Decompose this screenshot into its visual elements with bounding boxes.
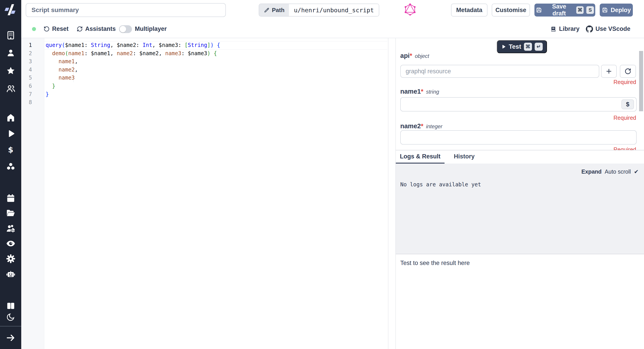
add-resource-button[interactable] — [601, 65, 617, 78]
path-value[interactable]: u/henri/unbound_script — [289, 4, 379, 16]
check-icon: ✔ — [634, 168, 639, 175]
code-line[interactable]: name3 — [46, 74, 387, 82]
tab-history[interactable]: History — [451, 150, 478, 163]
robot-icon[interactable] — [0, 269, 21, 279]
field-label-api: api* object — [400, 52, 429, 59]
name1-input[interactable] — [400, 97, 636, 111]
play-icon — [501, 44, 506, 49]
enter-key: ↵ — [535, 43, 543, 51]
windmill-logo-icon[interactable] — [0, 3, 21, 16]
path-group[interactable]: Path u/henri/unbound_script — [259, 3, 379, 16]
api-resource-input[interactable] — [400, 65, 599, 78]
name2-input[interactable] — [400, 130, 636, 145]
save-draft-button[interactable]: Save draft ⌘ S — [534, 3, 595, 16]
path-label: Path — [272, 7, 284, 14]
windmill-script-editor: $ — [0, 0, 644, 349]
github-icon — [586, 25, 593, 33]
code-line[interactable]: demo(name1: $name1, name2: $name2, name3… — [46, 49, 387, 58]
logs-empty-message: No logs are available yet — [400, 181, 481, 188]
line-number: 5 — [21, 74, 32, 82]
refresh-cw-icon — [77, 26, 83, 32]
cmd-key: ⌘ — [576, 6, 584, 14]
line-number: 8 — [21, 98, 32, 107]
users-cog-icon[interactable] — [0, 224, 21, 234]
metadata-button[interactable]: Metadata — [451, 3, 488, 16]
code-line[interactable]: } — [46, 90, 387, 98]
eye-icon[interactable] — [0, 239, 21, 249]
users-icon[interactable] — [0, 84, 21, 94]
user-icon[interactable] — [0, 48, 21, 58]
required-hint: Required — [614, 79, 636, 85]
assistants-button[interactable]: Assistants — [77, 20, 116, 38]
required-hint: Required — [614, 146, 636, 150]
result-tabs: Logs & Result History — [396, 150, 644, 164]
building-icon[interactable] — [0, 30, 21, 40]
moon-icon[interactable] — [0, 312, 21, 322]
deploy-label: Deploy — [611, 7, 631, 14]
result-panel: Test to see the result here — [396, 255, 644, 349]
play-icon[interactable] — [0, 129, 21, 139]
field-type: integer — [426, 123, 442, 130]
code-line[interactable]: } — [46, 82, 387, 90]
home-icon[interactable] — [0, 113, 21, 123]
line-number: 4 — [21, 66, 32, 74]
field-name: name2 — [400, 122, 421, 130]
line-number: 3 — [21, 57, 32, 66]
path-edit-button[interactable]: Path — [259, 4, 289, 16]
field-type: object — [415, 53, 429, 59]
arrow-right-icon[interactable] — [0, 333, 21, 343]
logs-panel: Expand Auto scroll ✔ No logs are availab… — [396, 164, 644, 254]
book-icon — [550, 26, 556, 32]
auto-scroll-label[interactable]: Auto scroll — [605, 168, 631, 175]
variable-picker-button[interactable]: $ — [622, 99, 634, 109]
field-name: api — [400, 52, 410, 59]
required-hint: Required — [614, 115, 636, 121]
line-number: 1 — [21, 41, 32, 49]
expand-button[interactable]: Expand — [582, 168, 602, 175]
deploy-button[interactable]: Deploy — [600, 3, 633, 16]
plus-icon — [605, 68, 612, 75]
rotate-ccw-icon — [44, 26, 50, 32]
library-button[interactable]: Library — [550, 20, 580, 38]
star-icon[interactable] — [0, 66, 21, 76]
code-line[interactable]: query($name1: String, $name2: Int, $name… — [46, 41, 387, 49]
save-icon — [536, 7, 542, 13]
settings-gear-icon[interactable] — [0, 254, 21, 264]
use-vscode-button[interactable]: Use VScode — [586, 20, 630, 38]
calendar-icon[interactable] — [0, 194, 21, 203]
reset-button[interactable]: Reset — [44, 20, 69, 38]
field-label-name2: name2* integer — [400, 122, 442, 130]
code-line[interactable] — [46, 98, 387, 107]
dollar-icon[interactable]: $ — [0, 145, 21, 155]
script-summary-input[interactable] — [26, 3, 226, 17]
library-label: Library — [559, 25, 580, 32]
code-line[interactable]: name2, — [46, 66, 387, 74]
boxes-icon[interactable] — [0, 162, 21, 171]
folder-open-icon[interactable] — [0, 208, 21, 218]
code-editor[interactable]: 12345678 query($name1: String, $name2: I… — [21, 38, 388, 349]
customise-label: Customise — [495, 7, 526, 14]
save-icon — [602, 7, 608, 13]
rotate-cw-icon — [624, 68, 631, 75]
reset-label: Reset — [52, 25, 69, 32]
required-star: * — [421, 122, 423, 130]
arguments-form: Test ⌘ ↵ api* object — [396, 38, 644, 150]
code-lines[interactable]: query($name1: String, $name2: Int, $name… — [46, 41, 387, 107]
assistants-label: Assistants — [85, 25, 116, 32]
form-scrollbar[interactable] — [639, 51, 643, 111]
multiplayer-toggle[interactable] — [119, 25, 132, 33]
refresh-resource-button[interactable] — [620, 65, 636, 78]
connection-status-dot — [32, 27, 36, 31]
line-numbers: 12345678 — [21, 38, 44, 107]
editor-gutter: 12345678 — [21, 38, 44, 349]
sidebar: $ — [0, 0, 21, 349]
cmd-key: ⌘ — [524, 43, 532, 51]
field-type: string — [426, 89, 439, 95]
book-open-icon[interactable] — [0, 301, 21, 311]
customise-button[interactable]: Customise — [492, 3, 530, 16]
test-button[interactable]: Test ⌘ ↵ — [497, 40, 547, 53]
required-star: * — [421, 88, 423, 95]
sidebar-divider — [0, 326, 21, 327]
code-line[interactable]: name1, — [46, 57, 387, 66]
tab-logs-result[interactable]: Logs & Result — [396, 150, 444, 163]
